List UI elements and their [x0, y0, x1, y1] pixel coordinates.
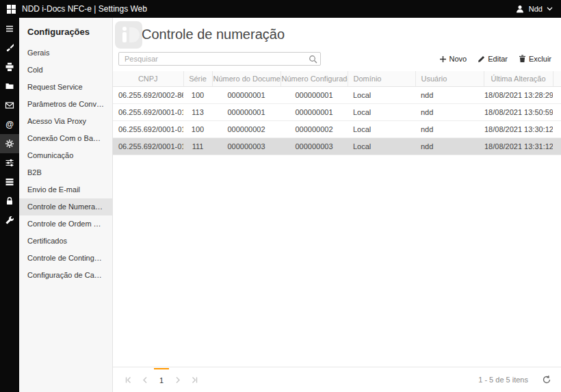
table-cell-spacer — [553, 138, 561, 155]
column-header-numero-do-documento[interactable]: Número do Documento — [212, 71, 280, 86]
sidebar: Configurações GeraisColdRequest ServiceP… — [19, 18, 113, 392]
column-header-numero-configurado[interactable]: Número Configurado — [280, 71, 348, 86]
sidebar-item-acesso-via-proxy[interactable]: Acesso Via Proxy — [19, 113, 112, 130]
sidebar-item-cold[interactable]: Cold — [19, 62, 112, 79]
icon-rail: @ — [0, 18, 19, 392]
table-cell: 06.255.692/0002-86 — [113, 86, 183, 103]
column-header-ultima-alteracao[interactable]: Última Alteração — [484, 71, 553, 86]
table-cell: 100 — [183, 86, 212, 103]
new-button[interactable]: Novo — [439, 55, 467, 63]
last-page-button[interactable] — [186, 367, 203, 392]
next-page-button[interactable] — [169, 367, 186, 392]
sidebar-item-gerais[interactable]: Gerais — [19, 44, 112, 62]
page-number-button[interactable]: 1 — [154, 368, 169, 392]
user-icon — [515, 4, 525, 14]
pager: 1 1 - 5 de 5 itens — [113, 367, 561, 392]
search-box — [118, 52, 321, 66]
table-cell: 000000001 — [212, 103, 280, 120]
table-row[interactable]: 06.255.692/0002-86100000000001000000001L… — [113, 86, 561, 103]
table-cell: 000000001 — [212, 86, 280, 103]
column-header-serie[interactable]: Série — [183, 71, 212, 86]
topbar: NDD i-Docs NFC-e | Settings Web Ndd — [0, 0, 561, 18]
mail-icon[interactable] — [0, 96, 19, 115]
first-page-button[interactable] — [120, 367, 137, 392]
menu-icon[interactable] — [0, 19, 19, 38]
trash-icon — [519, 55, 526, 63]
toolbar: Novo Editar Excluir — [113, 51, 561, 71]
table-cell: ndd — [415, 120, 484, 138]
edit-button-label: Editar — [488, 55, 508, 63]
sidebar-item-request-service[interactable]: Request Service — [19, 79, 112, 96]
printer-icon[interactable] — [0, 57, 19, 77]
table-cell: 100 — [183, 120, 212, 138]
user-name: Ndd — [529, 5, 543, 13]
table-cell: 000000001 — [280, 86, 348, 103]
delete-button[interactable]: Excluir — [519, 55, 551, 63]
main-panel: Controle de numeração Novo Editar — [113, 18, 561, 392]
refresh-icon[interactable] — [542, 375, 551, 384]
table-cell: Local — [348, 86, 415, 103]
search-input[interactable] — [118, 52, 321, 66]
column-header-spacer — [553, 71, 561, 86]
table-cell: 000000001 — [280, 103, 348, 120]
numbering-table: CNPJSérieNúmero do DocumentoNúmero Confi… — [113, 71, 561, 155]
table-cell: Local — [348, 103, 415, 120]
table-cell-spacer — [553, 103, 561, 120]
table-cell: 18/08/2021 13:31:12 — [484, 138, 553, 155]
tools-icon[interactable] — [0, 38, 19, 57]
table-row[interactable]: 06.255.692/0001-01113000000001000000001L… — [113, 103, 561, 120]
at-icon[interactable]: @ — [0, 115, 19, 134]
table-row[interactable]: 06.255.692/0001-01111000000003000000003L… — [113, 138, 561, 155]
sidebar-item-controle-de-ordem-de-operacao[interactable]: Controle de Ordem de Operação — [19, 215, 112, 233]
gear-icon[interactable] — [0, 134, 19, 153]
toolbar-actions: Novo Editar Excluir — [439, 55, 551, 63]
table-cell: 000000002 — [280, 120, 348, 138]
sliders-icon[interactable] — [0, 153, 19, 172]
sidebar-title: Configurações — [19, 18, 112, 44]
idocs-watermark-logo — [115, 21, 142, 49]
table-cell-spacer — [553, 86, 561, 103]
list-icon[interactable] — [0, 172, 19, 192]
sidebar-item-parametros-de-conversao[interactable]: Parâmetros de Conversão — [19, 96, 112, 113]
lock-icon[interactable] — [0, 192, 19, 211]
sidebar-item-comunicacao[interactable]: Comunicação — [19, 147, 112, 164]
wrench-icon[interactable] — [0, 211, 19, 230]
app-logo-icon[interactable] — [7, 5, 16, 14]
prev-page-button[interactable] — [137, 367, 154, 392]
table-cell: 06.255.692/0001-01 — [113, 138, 183, 155]
folder-icon[interactable] — [0, 77, 19, 96]
table-cell: 18/08/2021 13:50:59 — [484, 103, 553, 120]
table-cell: 06.255.692/0001-01 — [113, 103, 183, 120]
column-header-dominio[interactable]: Domínio — [348, 71, 415, 86]
pencil-icon — [478, 55, 485, 63]
sidebar-item-configuracao-de-cache[interactable]: Configuração de Cache — [19, 267, 112, 284]
table-cell-spacer — [553, 120, 561, 138]
edit-button[interactable]: Editar — [478, 55, 508, 63]
search-icon[interactable] — [309, 55, 317, 64]
sidebar-item-conexao-com-o-banco-de-dados[interactable]: Conexão Com o Banco de Dados — [19, 130, 112, 147]
table-cell: 111 — [183, 138, 212, 155]
user-menu[interactable]: Ndd — [515, 4, 553, 14]
table-cell: ndd — [415, 138, 484, 155]
pager-info-text: 1 - 5 de 5 itens — [478, 376, 528, 384]
page-header: Controle de numeração — [113, 18, 561, 51]
sidebar-item-envio-de-e-mail[interactable]: Envio de E-mail — [19, 181, 112, 198]
sidebar-item-controle-de-numeracao[interactable]: Controle de Numeração — [19, 198, 112, 215]
column-header-cnpj[interactable]: CNPJ — [113, 71, 183, 86]
pager-info: 1 - 5 de 5 itens — [478, 375, 551, 384]
app-title: NDD i-Docs NFC-e | Settings Web — [22, 4, 147, 14]
table-cell: 18/08/2021 13:28:29 — [484, 86, 553, 103]
chevron-down-icon — [547, 7, 553, 11]
table-cell: Local — [348, 138, 415, 155]
sidebar-item-b2b[interactable]: B2B — [19, 164, 112, 181]
table-cell: 113 — [183, 103, 212, 120]
sidebar-item-certificados[interactable]: Certificados — [19, 233, 112, 250]
column-header-usuario[interactable]: Usuário — [415, 71, 484, 86]
sidebar-item-controle-de-contingencia[interactable]: Controle de Contingência — [19, 250, 112, 267]
new-button-label: Novo — [449, 55, 467, 63]
page-title: Controle de numeração — [142, 27, 285, 42]
table-cell: 06.255.692/0001-01 — [113, 120, 183, 138]
table-cell: ndd — [415, 86, 484, 103]
table-cell: Local — [348, 120, 415, 138]
table-row[interactable]: 06.255.692/0001-01100000000002000000002L… — [113, 120, 561, 138]
